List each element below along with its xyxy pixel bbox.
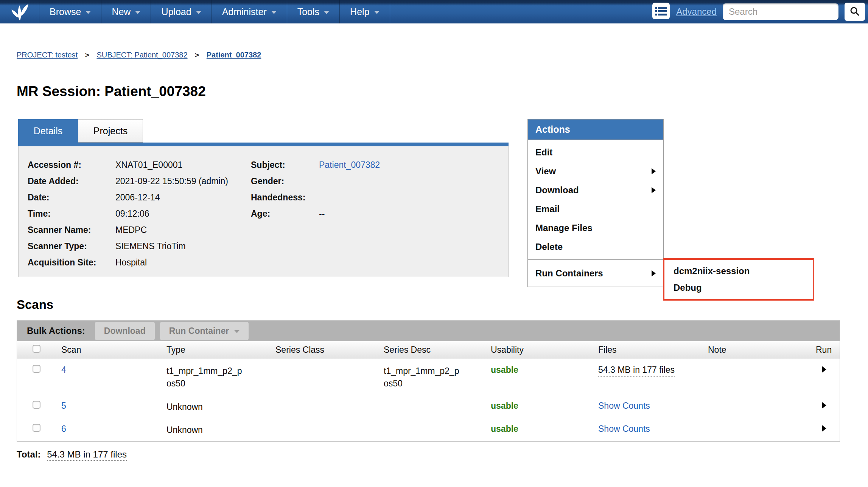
total-value: 54.3 MB in 177 files [47, 449, 127, 461]
scans-table: Bulk Actions: Download Run Container Sca… [17, 320, 840, 442]
action-item-delete[interactable]: Delete [528, 237, 663, 256]
nav-item-label: Help [350, 6, 369, 17]
action-item-run-containers[interactable]: Run Containers [527, 260, 664, 287]
field-label: Age: [251, 209, 319, 225]
advanced-search-link[interactable]: Advanced [676, 6, 717, 17]
submenu-item-debug[interactable]: Debug [674, 282, 813, 293]
tab-row: Details Projects [18, 119, 509, 143]
detail-row-scanner-type: Scanner Type: SIEMENS TrioTim [28, 241, 251, 257]
action-label: View [535, 166, 556, 177]
run-scan-arrow-icon[interactable] [822, 366, 826, 373]
action-item-view[interactable]: View [528, 162, 663, 181]
chevron-down-icon [86, 11, 91, 14]
detail-row-acquisition-site: Acquisition Site: Hospital [28, 257, 251, 274]
actions-header: Actions [527, 119, 664, 140]
field-value: Hospital [115, 257, 147, 274]
chevron-down-icon [196, 11, 201, 14]
actions-panel: Actions Edit View Download Email Manage … [527, 119, 664, 287]
xnat-logo-icon [9, 0, 30, 23]
detail-row-date: Date: 2006-12-14 [28, 192, 251, 209]
field-value: 2006-12-14 [115, 192, 160, 209]
nav-item-new[interactable]: New [101, 0, 151, 23]
nav-item-browse[interactable]: Browse [39, 0, 101, 23]
usability-badge: usable [491, 365, 598, 375]
field-label: Date: [28, 192, 115, 209]
detail-row-date-added: Date Added: 2021-09-22 15:50:59 (admin) [28, 176, 251, 192]
detail-row-gender: Gender: [251, 176, 380, 192]
nav-item-administer[interactable]: Administer [212, 0, 287, 23]
action-label: Edit [535, 147, 552, 158]
action-item-email[interactable]: Email [528, 200, 663, 219]
field-value: 2021-09-22 15:50:59 (admin) [115, 176, 228, 192]
total-line: Total: 54.3 MB in 177 files [17, 449, 868, 460]
breadcrumb-current-link[interactable]: Patient_007382 [207, 51, 261, 59]
field-value: 09:12:06 [115, 209, 149, 225]
chevron-down-icon [374, 11, 380, 14]
action-label: Manage Files [535, 223, 593, 233]
bulk-actions-label: Bulk Actions: [27, 326, 85, 336]
scan-row: 4 t1_mpr_1mm_p2_pos50 t1_mpr_1mm_p2_pos5… [17, 359, 840, 395]
scan-checkbox[interactable] [33, 401, 40, 409]
field-label: Handedness: [251, 192, 319, 209]
action-label: Run Containers [535, 268, 603, 279]
usability-badge: usable [491, 424, 598, 434]
nav-item-tools[interactable]: Tools [287, 0, 340, 23]
scan-link[interactable]: 6 [61, 424, 166, 434]
field-label: Scanner Name: [28, 225, 115, 241]
scan-checkbox[interactable] [33, 365, 40, 373]
column-header-series-class: Series Class [275, 345, 384, 355]
detail-row-age: Age: -- [251, 209, 380, 225]
scan-row: 5 Unknown usable Show Counts [17, 395, 840, 418]
bulk-run-container-button[interactable]: Run Container [160, 322, 249, 340]
xnat-logo[interactable] [0, 0, 39, 23]
show-counts-link[interactable]: Show Counts [598, 424, 650, 434]
nav-menu: Browse New Upload Administer Tools Help [39, 0, 390, 23]
nav-item-help[interactable]: Help [340, 0, 390, 23]
nav-search-area: Advanced [652, 0, 868, 23]
bulk-run-container-label: Run Container [169, 326, 229, 336]
detail-row-time: Time: 09:12:06 [28, 209, 251, 225]
detail-row-handedness: Handedness: [251, 192, 380, 209]
scan-link[interactable]: 4 [61, 365, 166, 375]
action-item-download[interactable]: Download [528, 181, 663, 200]
nav-item-label: New [112, 6, 131, 17]
submenu-item-dcm2niix-session[interactable]: dcm2niix-session [674, 266, 813, 276]
scan-series-desc: t1_mpr_1mm_p2_pos50 [384, 365, 461, 390]
details-panel: Accession #: XNAT01_E00001 Date Added: 2… [18, 146, 509, 277]
breadcrumb: PROJECT: testest > SUBJECT: Patient_0073… [0, 23, 868, 59]
tab-projects[interactable]: Projects [78, 119, 143, 143]
advanced-search-icon[interactable] [652, 2, 670, 21]
field-label: Acquisition Site: [28, 257, 115, 274]
subject-link[interactable]: Patient_007382 [319, 160, 380, 176]
bulk-download-label: Download [104, 326, 146, 336]
column-header-run: Run [816, 345, 840, 355]
run-scan-arrow-icon[interactable] [822, 402, 826, 409]
submenu-arrow-icon [652, 168, 656, 174]
usability-badge: usable [491, 401, 598, 411]
nav-item-label: Browse [50, 6, 81, 17]
detail-row-accession: Accession #: XNAT01_E00001 [28, 160, 251, 176]
field-value: SIEMENS TrioTim [115, 241, 186, 257]
nav-item-upload[interactable]: Upload [151, 0, 212, 23]
detail-row-subject: Subject: Patient_007382 [251, 160, 380, 176]
column-header-files: Files [598, 345, 708, 355]
field-label: Accession #: [28, 160, 115, 176]
scan-checkbox[interactable] [33, 424, 40, 432]
breadcrumb-project-link[interactable]: PROJECT: testest [17, 51, 78, 59]
tab-details[interactable]: Details [18, 119, 78, 143]
search-button[interactable] [845, 3, 865, 21]
show-counts-link[interactable]: Show Counts [598, 401, 650, 411]
select-all-checkbox[interactable] [33, 345, 40, 353]
bulk-download-button[interactable]: Download [95, 322, 155, 340]
run-scan-arrow-icon[interactable] [822, 425, 826, 432]
action-item-manage-files[interactable]: Manage Files [528, 219, 663, 237]
scan-link[interactable]: 5 [61, 401, 166, 411]
breadcrumb-subject-link[interactable]: SUBJECT: Patient_007382 [96, 51, 187, 59]
tabs-block: Details Projects Accession #: XNAT01_E00… [18, 119, 509, 277]
search-icon [849, 6, 860, 18]
column-header-type: Type [166, 345, 275, 355]
run-containers-submenu: dcm2niix-session Debug [663, 258, 814, 301]
nav-item-label: Upload [161, 6, 191, 17]
search-input[interactable] [723, 3, 838, 20]
action-item-edit[interactable]: Edit [528, 143, 663, 162]
